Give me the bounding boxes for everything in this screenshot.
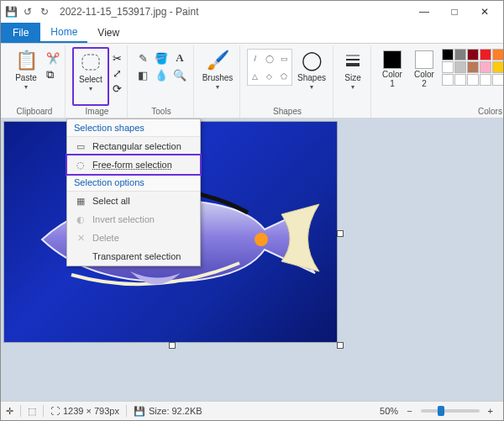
group-size: Size ▾ <box>335 45 371 118</box>
shapes-button[interactable]: ◯ Shapes ▾ <box>296 47 328 103</box>
status-bar: ✛ ⬚ ⛶ 1239 × 793px 💾 Size: 92.2KB 50% − … <box>1 401 503 420</box>
palette-swatch[interactable] <box>454 74 466 86</box>
undo-icon[interactable]: ↺ <box>21 5 34 18</box>
tab-home[interactable]: Home <box>40 23 87 43</box>
invert-icon: ◐ <box>74 213 87 225</box>
freeform-select-icon: ◌ <box>74 159 87 171</box>
palette-swatch[interactable] <box>442 49 454 61</box>
size-icon <box>341 49 365 72</box>
zoom-out-button[interactable]: − <box>402 406 417 416</box>
palette-swatch[interactable] <box>454 49 466 61</box>
resize-handle-bottom[interactable] <box>169 342 176 349</box>
pointer-position-icon: ✛ <box>6 406 13 417</box>
zoom-level: 50% <box>380 406 398 416</box>
menu-select-all[interactable]: ▦ Select all <box>67 192 200 210</box>
cut-icon[interactable]: ✂️ <box>46 52 60 65</box>
magnifier-icon[interactable]: 🔍 <box>171 67 188 82</box>
close-button[interactable]: ✕ <box>470 1 500 23</box>
file-size: Size: 92.2KB <box>149 406 202 416</box>
color1-button[interactable]: Color 1 <box>378 47 407 103</box>
menu-transparent-selection[interactable]: Transparent selection <box>67 247 200 266</box>
select-all-icon: ▦ <box>74 195 87 207</box>
brush-icon: 🖌️ <box>206 49 229 72</box>
size-button[interactable]: Size ▾ <box>340 47 365 103</box>
shapes-gallery[interactable]: /◯▭△◇⬠ <box>247 49 292 86</box>
delete-icon: ✕ <box>74 232 87 244</box>
text-icon[interactable]: A <box>171 50 188 66</box>
resize-icon[interactable]: ⤢ <box>113 67 122 80</box>
zoom-in-button[interactable]: + <box>483 406 498 416</box>
select-dropdown: Selection shapes ▭ Rectangular selection… <box>66 118 201 266</box>
save-icon[interactable]: 💾 <box>4 5 18 18</box>
resize-handle-corner[interactable] <box>337 342 344 349</box>
zoom-slider[interactable] <box>421 409 480 413</box>
group-brushes: 🖌️ Brushes ▾ <box>196 45 240 118</box>
palette-swatch[interactable] <box>492 61 504 73</box>
group-tools: ✎ 🪣 A ◧ 💧 🔍 Tools <box>129 45 194 118</box>
select-button[interactable]: Select ▾ <box>72 47 109 106</box>
chevron-down-icon: ▾ <box>310 83 313 91</box>
ribbon-tabs: File Home View <box>1 23 503 44</box>
rotate-icon[interactable]: ⟳ <box>113 82 122 95</box>
canvas-area[interactable]: Selection shapes ▭ Rectangular selection… <box>1 118 503 401</box>
menu-freeform-selection[interactable]: ◌ Free-form selection <box>67 155 200 174</box>
zoom-thumb[interactable] <box>438 406 444 416</box>
clipboard-icon: 📋 <box>14 49 38 72</box>
tab-view[interactable]: View <box>87 23 129 43</box>
group-label: Shapes <box>273 106 302 118</box>
canvas-dimensions: 1239 × 793px <box>63 406 119 416</box>
canvas-dims-icon: ⛶ <box>50 406 60 416</box>
pencil-icon[interactable]: ✎ <box>134 50 151 66</box>
minimize-button[interactable]: — <box>409 1 439 23</box>
palette-swatch[interactable] <box>467 74 479 86</box>
fill-icon[interactable]: 🪣 <box>153 50 170 66</box>
svg-rect-0 <box>82 55 99 70</box>
group-image: Select ▾ ✂ ⤢ ⟳ Image <box>67 45 128 118</box>
redo-icon[interactable]: ↻ <box>38 5 51 18</box>
file-size-icon: 💾 <box>134 406 145 417</box>
window-title: 2022-11-15_153917.jpg - Paint <box>60 6 409 18</box>
palette-swatch[interactable] <box>467 61 479 73</box>
color-picker-icon[interactable]: 💧 <box>153 67 170 82</box>
palette-swatch[interactable] <box>442 61 454 73</box>
paste-button[interactable]: 📋 Paste ▾ <box>9 47 43 103</box>
color2-button[interactable]: Color 2 <box>410 47 438 103</box>
menu-delete: ✕ Delete <box>67 229 200 247</box>
chevron-down-icon: ▾ <box>89 85 92 92</box>
select-icon <box>79 50 102 74</box>
dropdown-header-shapes: Selection shapes <box>67 119 200 137</box>
palette-swatch[interactable] <box>480 61 491 73</box>
rect-select-icon: ▭ <box>74 140 87 152</box>
palette-swatch[interactable] <box>454 61 466 73</box>
maximize-button[interactable]: □ <box>439 1 470 23</box>
palette-swatch[interactable] <box>480 49 491 61</box>
group-label: Colors <box>478 106 502 118</box>
menu-invert-selection: ◐ Invert selection <box>67 210 200 229</box>
copy-icon[interactable]: ⧉ <box>46 68 60 82</box>
brushes-button[interactable]: 🖌️ Brushes ▾ <box>201 47 234 103</box>
tab-file[interactable]: File <box>1 23 40 43</box>
ribbon: 📋 Paste ▾ ✂️ ⧉ Clipboard Select <box>1 44 503 118</box>
resize-handle-right[interactable] <box>337 230 344 237</box>
group-shapes: /◯▭△◇⬠ ◯ Shapes ▾ Shapes <box>242 45 333 118</box>
group-label: Tools <box>151 106 171 118</box>
color2-swatch <box>415 50 433 69</box>
dropdown-header-options: Selection options <box>67 174 200 192</box>
eraser-icon[interactable]: ◧ <box>134 67 151 82</box>
palette-swatch[interactable] <box>480 74 491 86</box>
group-clipboard: 📋 Paste ▾ ✂️ ⧉ Clipboard <box>4 45 66 118</box>
palette-swatch[interactable] <box>492 74 504 86</box>
tools-grid: ✎ 🪣 A ◧ 💧 🔍 <box>134 47 188 82</box>
color-palette[interactable] <box>442 47 504 86</box>
menu-rectangular-selection[interactable]: ▭ Rectangular selection <box>67 137 200 155</box>
group-label: Image <box>86 106 109 118</box>
palette-swatch[interactable] <box>442 74 454 86</box>
title-bar: 💾 ↺ ↻ 2022-11-15_153917.jpg - Paint — □ … <box>1 1 503 23</box>
palette-swatch[interactable] <box>492 49 504 61</box>
chevron-down-icon: ▾ <box>216 83 219 91</box>
crop-icon[interactable]: ✂ <box>113 52 122 65</box>
window-controls: — □ ✕ <box>409 1 500 23</box>
group-colors: Color 1 Color 2 🎨 Edit colors Colors <box>373 45 504 118</box>
palette-swatch[interactable] <box>467 49 479 61</box>
svg-point-6 <box>255 233 268 246</box>
